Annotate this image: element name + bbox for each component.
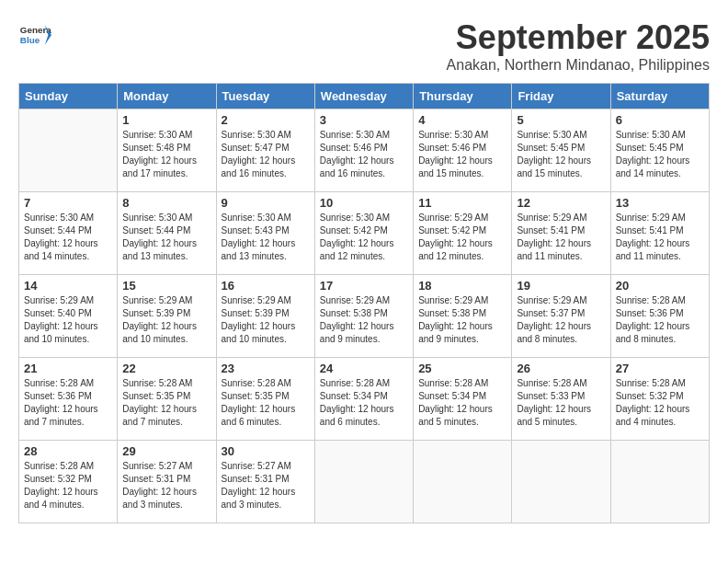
day-info: Sunrise: 5:29 AM Sunset: 5:38 PM Dayligh…	[418, 294, 506, 346]
calendar-cell: 17Sunrise: 5:29 AM Sunset: 5:38 PM Dayli…	[314, 275, 413, 358]
week-row-3: 14Sunrise: 5:29 AM Sunset: 5:40 PM Dayli…	[19, 275, 710, 358]
weekday-header-thursday: Thursday	[414, 84, 512, 109]
day-number: 29	[122, 444, 210, 458]
calendar-cell: 21Sunrise: 5:28 AM Sunset: 5:36 PM Dayli…	[19, 358, 118, 441]
day-info: Sunrise: 5:29 AM Sunset: 5:39 PM Dayligh…	[122, 294, 210, 346]
weekday-header-monday: Monday	[118, 84, 216, 109]
calendar-cell: 19Sunrise: 5:29 AM Sunset: 5:37 PM Dayli…	[512, 275, 610, 358]
calendar-cell: 26Sunrise: 5:28 AM Sunset: 5:33 PM Dayli…	[512, 358, 610, 441]
week-row-4: 21Sunrise: 5:28 AM Sunset: 5:36 PM Dayli…	[19, 358, 710, 441]
day-number: 27	[616, 362, 704, 375]
calendar-cell: 9Sunrise: 5:30 AM Sunset: 5:43 PM Daylig…	[216, 192, 314, 275]
weekday-header-saturday: Saturday	[610, 84, 709, 109]
day-info: Sunrise: 5:28 AM Sunset: 5:32 PM Dayligh…	[24, 460, 112, 511]
week-row-1: 1Sunrise: 5:30 AM Sunset: 5:48 PM Daylig…	[19, 109, 710, 192]
day-info: Sunrise: 5:29 AM Sunset: 5:40 PM Dayligh…	[24, 294, 112, 346]
calendar-cell: 28Sunrise: 5:28 AM Sunset: 5:32 PM Dayli…	[19, 441, 118, 523]
calendar-cell: 27Sunrise: 5:28 AM Sunset: 5:32 PM Dayli…	[610, 358, 709, 441]
day-number: 15	[122, 279, 210, 293]
day-number: 21	[24, 362, 112, 375]
day-info: Sunrise: 5:30 AM Sunset: 5:43 PM Dayligh…	[222, 212, 310, 263]
calendar-cell: 13Sunrise: 5:29 AM Sunset: 5:41 PM Dayli…	[610, 192, 709, 275]
calendar-cell: 22Sunrise: 5:28 AM Sunset: 5:35 PM Dayli…	[118, 358, 216, 441]
day-number: 9	[222, 196, 310, 210]
day-info: Sunrise: 5:30 AM Sunset: 5:45 PM Dayligh…	[517, 129, 605, 180]
day-info: Sunrise: 5:30 AM Sunset: 5:46 PM Dayligh…	[320, 129, 408, 180]
day-info: Sunrise: 5:29 AM Sunset: 5:41 PM Dayligh…	[616, 212, 704, 263]
location-title: Anakan, Northern Mindanao, Philippines	[447, 57, 710, 74]
day-number: 1	[122, 113, 210, 127]
day-info: Sunrise: 5:28 AM Sunset: 5:34 PM Dayligh…	[320, 377, 408, 429]
calendar-cell: 23Sunrise: 5:28 AM Sunset: 5:35 PM Dayli…	[216, 358, 314, 441]
day-info: Sunrise: 5:27 AM Sunset: 5:31 PM Dayligh…	[122, 460, 210, 511]
month-title: September 2025	[447, 18, 710, 57]
logo-icon: General Blue	[18, 18, 51, 52]
title-area: September 2025 Anakan, Northern Mindanao…	[447, 18, 710, 74]
day-number: 3	[320, 113, 408, 127]
day-number: 4	[418, 113, 506, 127]
day-number: 11	[418, 196, 506, 210]
weekday-header-sunday: Sunday	[19, 84, 118, 109]
day-info: Sunrise: 5:30 AM Sunset: 5:44 PM Dayligh…	[24, 212, 112, 263]
day-number: 13	[616, 196, 704, 210]
calendar-cell: 2Sunrise: 5:30 AM Sunset: 5:47 PM Daylig…	[216, 109, 314, 192]
day-info: Sunrise: 5:30 AM Sunset: 5:48 PM Dayligh…	[122, 129, 210, 180]
day-number: 30	[222, 444, 310, 458]
day-info: Sunrise: 5:27 AM Sunset: 5:31 PM Dayligh…	[222, 460, 310, 511]
weekday-header-friday: Friday	[512, 84, 610, 109]
day-number: 6	[616, 113, 704, 127]
logo: General Blue	[18, 18, 51, 52]
header: General Blue September 2025 Anakan, Nort…	[18, 18, 710, 74]
day-info: Sunrise: 5:30 AM Sunset: 5:45 PM Dayligh…	[616, 129, 704, 180]
weekday-header-tuesday: Tuesday	[216, 84, 314, 109]
calendar-cell: 8Sunrise: 5:30 AM Sunset: 5:44 PM Daylig…	[118, 192, 216, 275]
calendar-cell: 6Sunrise: 5:30 AM Sunset: 5:45 PM Daylig…	[610, 109, 709, 192]
svg-text:Blue: Blue	[20, 35, 40, 45]
calendar-cell: 20Sunrise: 5:28 AM Sunset: 5:36 PM Dayli…	[610, 275, 709, 358]
day-number: 20	[616, 279, 704, 293]
calendar-cell: 24Sunrise: 5:28 AM Sunset: 5:34 PM Dayli…	[314, 358, 413, 441]
calendar-cell	[314, 441, 413, 523]
day-info: Sunrise: 5:28 AM Sunset: 5:36 PM Dayligh…	[616, 294, 704, 346]
calendar-cell: 1Sunrise: 5:30 AM Sunset: 5:48 PM Daylig…	[118, 109, 216, 192]
day-number: 28	[24, 444, 112, 458]
day-number: 2	[222, 113, 310, 127]
day-info: Sunrise: 5:28 AM Sunset: 5:36 PM Dayligh…	[24, 377, 112, 429]
day-number: 8	[122, 196, 210, 210]
calendar-cell: 3Sunrise: 5:30 AM Sunset: 5:46 PM Daylig…	[314, 109, 413, 192]
calendar-cell: 7Sunrise: 5:30 AM Sunset: 5:44 PM Daylig…	[19, 192, 118, 275]
day-info: Sunrise: 5:29 AM Sunset: 5:37 PM Dayligh…	[517, 294, 605, 346]
day-number: 16	[222, 279, 310, 293]
calendar-cell: 29Sunrise: 5:27 AM Sunset: 5:31 PM Dayli…	[118, 441, 216, 523]
week-row-5: 28Sunrise: 5:28 AM Sunset: 5:32 PM Dayli…	[19, 441, 710, 523]
day-info: Sunrise: 5:28 AM Sunset: 5:35 PM Dayligh…	[122, 377, 210, 429]
calendar-cell: 14Sunrise: 5:29 AM Sunset: 5:40 PM Dayli…	[19, 275, 118, 358]
day-number: 10	[320, 196, 408, 210]
day-info: Sunrise: 5:29 AM Sunset: 5:42 PM Dayligh…	[418, 212, 506, 263]
day-number: 25	[418, 362, 506, 375]
day-info: Sunrise: 5:29 AM Sunset: 5:39 PM Dayligh…	[222, 294, 310, 346]
day-info: Sunrise: 5:28 AM Sunset: 5:33 PM Dayligh…	[517, 377, 605, 429]
day-number: 22	[122, 362, 210, 375]
day-number: 26	[517, 362, 605, 375]
calendar-cell: 4Sunrise: 5:30 AM Sunset: 5:46 PM Daylig…	[414, 109, 512, 192]
calendar-cell: 11Sunrise: 5:29 AM Sunset: 5:42 PM Dayli…	[414, 192, 512, 275]
day-info: Sunrise: 5:30 AM Sunset: 5:42 PM Dayligh…	[320, 212, 408, 263]
day-number: 24	[320, 362, 408, 375]
week-row-2: 7Sunrise: 5:30 AM Sunset: 5:44 PM Daylig…	[19, 192, 710, 275]
day-info: Sunrise: 5:30 AM Sunset: 5:46 PM Dayligh…	[418, 129, 506, 180]
calendar: SundayMondayTuesdayWednesdayThursdayFrid…	[18, 83, 710, 523]
day-number: 14	[24, 279, 112, 293]
day-info: Sunrise: 5:28 AM Sunset: 5:35 PM Dayligh…	[222, 377, 310, 429]
day-number: 19	[517, 279, 605, 293]
calendar-cell	[610, 441, 709, 523]
day-info: Sunrise: 5:28 AM Sunset: 5:34 PM Dayligh…	[418, 377, 506, 429]
calendar-cell	[512, 441, 610, 523]
calendar-cell: 10Sunrise: 5:30 AM Sunset: 5:42 PM Dayli…	[314, 192, 413, 275]
weekday-header-wednesday: Wednesday	[314, 84, 413, 109]
calendar-cell: 5Sunrise: 5:30 AM Sunset: 5:45 PM Daylig…	[512, 109, 610, 192]
day-info: Sunrise: 5:29 AM Sunset: 5:41 PM Dayligh…	[517, 212, 605, 263]
day-number: 18	[418, 279, 506, 293]
calendar-cell: 30Sunrise: 5:27 AM Sunset: 5:31 PM Dayli…	[216, 441, 314, 523]
calendar-cell: 25Sunrise: 5:28 AM Sunset: 5:34 PM Dayli…	[414, 358, 512, 441]
